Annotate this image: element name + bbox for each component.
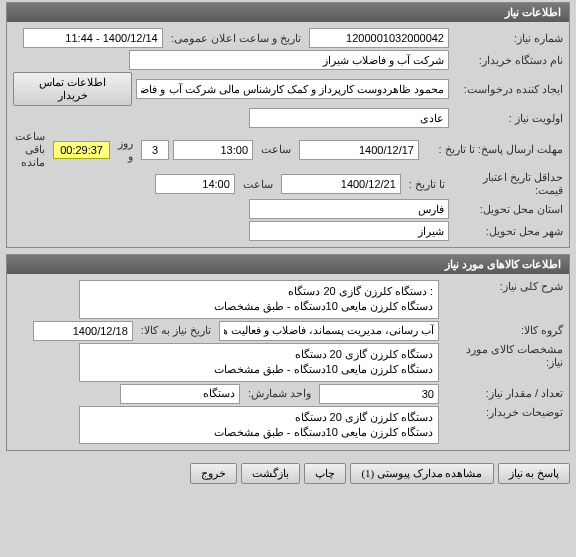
field-price-time[interactable] [155,174,235,194]
field-spec[interactable] [79,343,439,382]
field-remain-days [141,140,169,160]
label-unit: واحد شمارش: [244,387,315,400]
field-deadline-date[interactable] [299,140,419,160]
label-deadline: مهلت ارسال پاسخ: تا تاریخ : [423,143,563,156]
field-deadline-time[interactable] [173,140,253,160]
label-desc: شرح کلی نیاز: [443,280,563,293]
label-to-date: تا تاریخ : [405,178,449,191]
label-need-no: شماره نیاز: [453,32,563,45]
label-price-deadline: حداقل تاریخ اعتبار قیمت: [453,171,563,197]
field-qty[interactable] [319,384,439,404]
label-creator: ایجاد کننده درخواست: [453,83,563,96]
panel-header-2: اطلاعات کالاهای مورد نیاز [7,255,569,274]
label-province: استان محل تحویل: [453,203,563,216]
field-desc[interactable] [79,280,439,319]
panel-goods-info: اطلاعات کالاهای مورد نیاز شرح کلی نیاز: … [6,254,570,451]
label-city: شهر محل تحویل: [453,225,563,238]
field-priority[interactable] [249,108,449,128]
panel-header-1: اطلاعات نیاز [7,3,569,22]
label-days-suffix: روز و [114,137,137,163]
field-city[interactable] [249,221,449,241]
field-announce[interactable] [23,28,163,48]
label-buyer-note: توضیحات خریدار: [443,406,563,419]
field-buyer[interactable] [129,50,449,70]
label-spec: مشخصات کالای مورد نیاز: [443,343,563,369]
field-buyer-note[interactable] [79,406,439,445]
label-group: گروه کالا: [443,324,563,337]
back-button[interactable]: بازگشت [241,463,300,484]
contact-info-button[interactable]: اطلاعات تماس خریدار [13,72,132,106]
label-buyer: نام دستگاه خریدار: [453,54,563,67]
field-need-date[interactable] [33,321,133,341]
field-need-no[interactable] [309,28,449,48]
field-province[interactable] [249,199,449,219]
label-qty: تعداد / مقدار نیاز: [443,387,563,400]
countdown-timer: 00:29:37 [53,141,110,159]
label-need-date: تاریخ نیاز به کالا: [137,324,215,337]
attachments-button[interactable]: مشاهده مدارک پیوستی (1) [350,463,493,484]
print-button[interactable]: چاپ [304,463,346,484]
label-remain-suffix: ساعت باقی مانده [11,130,49,169]
reply-button[interactable]: پاسخ به نیاز [498,463,571,484]
exit-button[interactable]: خروج [190,463,237,484]
label-time-2: ساعت [239,178,277,191]
panel-need-info: اطلاعات نیاز شماره نیاز: تاریخ و ساعت اع… [6,2,570,248]
field-price-date[interactable] [281,174,401,194]
field-unit[interactable] [120,384,240,404]
label-announce: تاریخ و ساعت اعلان عمومی: [167,32,305,45]
field-group[interactable] [219,321,439,341]
label-time-1: ساعت [257,143,295,156]
field-creator[interactable] [136,79,449,99]
button-bar: پاسخ به نیاز مشاهده مدارک پیوستی (1) چاپ… [0,457,576,490]
label-priority: اولویت نیاز : [453,112,563,125]
